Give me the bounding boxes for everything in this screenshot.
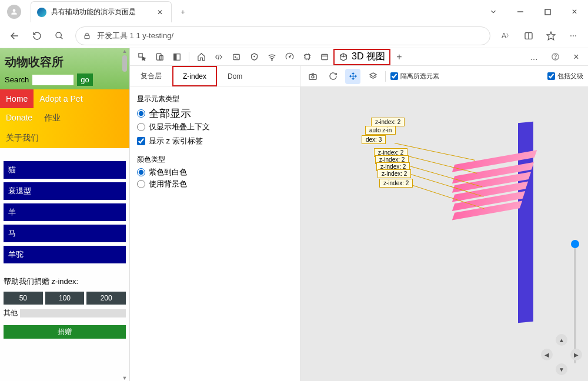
category-item[interactable]: 马 (4, 225, 126, 242)
scroll-thumb[interactable] (122, 55, 127, 72)
search-icon[interactable] (49, 26, 69, 46)
url-text: 开发工具 1 1 y-testing/ (97, 31, 173, 41)
profile-avatar[interactable] (7, 5, 21, 19)
more-tabs-icon[interactable]: + (391, 49, 407, 65)
amount-button[interactable]: 100 (45, 292, 85, 305)
tab-close-icon[interactable]: ✕ (155, 7, 165, 18)
opt-use-bg[interactable]: 使用背景色 (137, 179, 293, 189)
refresh-button[interactable] (27, 26, 47, 46)
dpad-right[interactable]: ▶ (570, 349, 582, 360)
devtools-more-icon[interactable]: … (526, 49, 542, 65)
page-nav: Home Adopt a Pet Donate 作业 关于我们 (0, 89, 129, 148)
network-tab-icon[interactable] (263, 49, 280, 65)
new-tab-button[interactable]: ＋ (174, 3, 192, 21)
isolate-checkbox[interactable]: 隔离所选元素 (390, 72, 439, 81)
svg-marker-38 (369, 73, 376, 76)
svg-point-33 (555, 58, 556, 59)
category-item[interactable]: 羊驼 (4, 246, 126, 263)
nav-about[interactable]: 关于我们 (0, 128, 45, 148)
dpad-left[interactable]: ◀ (541, 349, 553, 360)
pan-dpad: ▲ ▼ ◀ ▶ (541, 334, 582, 375)
device-icon[interactable] (151, 49, 168, 65)
devtools-help-icon[interactable] (547, 49, 563, 65)
other-label: 其他 (4, 308, 18, 318)
subtab-dom[interactable]: Dom (217, 66, 253, 86)
menu-icon[interactable]: ⋯ (563, 26, 583, 46)
nav-jobs[interactable]: 作业 (38, 108, 66, 128)
zindex-label: dex: 3 (362, 135, 386, 144)
window-chevron-icon[interactable] (480, 0, 507, 24)
window-minimize-icon[interactable] (507, 0, 534, 24)
svg-point-20 (289, 56, 290, 58)
opt-show-zlabels[interactable]: 显示 z 索引标签 (137, 136, 293, 146)
address-input[interactable]: 开发工具 1 1 y-testing/ (75, 26, 490, 45)
nav-home[interactable]: Home (0, 89, 34, 108)
dpad-up[interactable]: ▲ (556, 334, 567, 346)
category-item[interactable]: 衰退型 (4, 182, 126, 200)
donate-button[interactable]: 捐赠 (4, 325, 126, 339)
tab-3d-label: 3D 视图 (352, 51, 385, 63)
subtab-zindex[interactable]: Z-index (172, 66, 217, 86)
category-list: 猫 衰退型 羊 马 羊驼 (0, 156, 129, 272)
svg-rect-1 (545, 9, 550, 15)
reader-icon[interactable] (519, 26, 539, 46)
zoom-slider-knob[interactable] (571, 240, 579, 248)
window-maximize-icon[interactable] (534, 0, 561, 24)
svg-rect-30 (322, 54, 328, 59)
include-parents-checkbox[interactable]: 包括父级 (547, 72, 583, 81)
dpad-down[interactable]: ▼ (556, 363, 567, 375)
nav-adopt[interactable]: Adopt a Pet (34, 89, 88, 108)
opt-purple-white[interactable]: 紫色到白色 (137, 167, 293, 178)
go-button[interactable]: go (77, 73, 92, 86)
screenshot-icon[interactable] (305, 69, 320, 84)
zindex-label: z-index: 2 (377, 169, 411, 178)
3d-visualization[interactable]: z-index: 2 auto z-in dex: 3 z-index: 2 z… (300, 87, 588, 381)
welcome-tab-icon[interactable] (193, 49, 209, 65)
viewport-toolbar: 隔离所选元素 包括父级 (300, 66, 588, 87)
subtab-layers[interactable]: 复合层 (130, 66, 172, 86)
elements-tab-icon[interactable] (211, 49, 227, 65)
cube-icon (339, 52, 348, 62)
zindex-label: auto z-in (365, 126, 396, 135)
lock-icon (83, 32, 91, 40)
dock-icon[interactable] (169, 49, 185, 65)
category-item[interactable]: 猫 (4, 161, 126, 179)
layers-icon[interactable] (365, 69, 380, 84)
devtools-close-icon[interactable]: × (568, 49, 584, 65)
inspect-icon[interactable] (133, 49, 150, 65)
performance-tab-icon[interactable] (281, 49, 298, 65)
svg-rect-34 (309, 74, 316, 79)
browser-tab[interactable]: 具有辅助功能的演示页面是 ✕ (31, 1, 172, 22)
reset-view-icon[interactable] (325, 69, 340, 84)
svg-point-3 (56, 32, 61, 38)
favorites-icon[interactable] (541, 26, 561, 46)
donate-help-text: 帮助我们捐赠 z-index: (4, 276, 126, 287)
opt-show-all[interactable]: 全部显示 (137, 106, 293, 121)
page-scrollbar[interactable]: ▲ ▼ (121, 48, 128, 381)
scroll-up-arrow[interactable]: ▲ (121, 48, 128, 54)
svg-point-18 (271, 60, 272, 61)
window-close-icon[interactable]: ✕ (561, 0, 588, 24)
search-input[interactable] (32, 75, 74, 85)
address-bar: 开发工具 1 1 y-testing/ A》 ⋯ (0, 24, 588, 48)
application-tab-icon[interactable] (316, 49, 333, 65)
donate-section: 帮助我们捐赠 z-index: 50 100 200 其他 (0, 272, 129, 323)
other-amount-input[interactable] (20, 309, 126, 317)
nav-donate[interactable]: Donate (0, 108, 38, 128)
memory-tab-icon[interactable] (299, 49, 315, 65)
back-button[interactable] (5, 26, 25, 46)
amount-button[interactable]: 50 (4, 292, 43, 305)
devtools-3d-viewport[interactable]: 隔离所选元素 包括父级 (300, 66, 588, 381)
svg-rect-21 (305, 55, 309, 59)
reading-mode-icon[interactable]: A》 (496, 26, 516, 46)
console-tab-icon[interactable] (228, 49, 245, 65)
amount-button[interactable]: 200 (86, 292, 126, 305)
edge-favicon (37, 8, 46, 17)
scroll-down-arrow[interactable]: ▼ (121, 375, 128, 381)
element-type-title: 显示元素类型 (137, 94, 293, 104)
pan-icon[interactable] (345, 69, 360, 84)
category-item[interactable]: 羊 (4, 203, 126, 221)
tab-3d-view[interactable]: 3D 视图 (334, 49, 390, 65)
opt-stacking-only[interactable]: 仅显示堆叠上下文 (137, 122, 293, 132)
sources-tab-icon[interactable] (246, 49, 262, 65)
